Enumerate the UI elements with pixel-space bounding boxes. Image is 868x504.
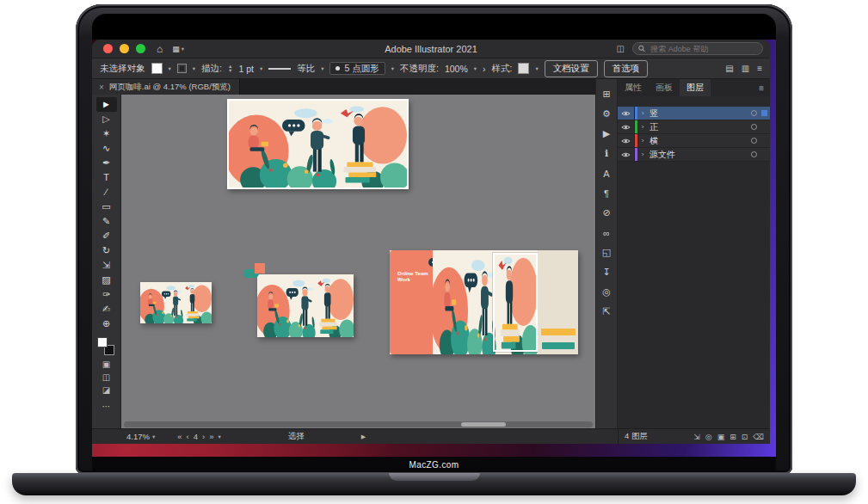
next-artboard-button[interactable]: › bbox=[202, 432, 205, 441]
layer-expand-icon[interactable]: › bbox=[637, 109, 648, 117]
asset-export-icon[interactable]: ↧ bbox=[596, 262, 617, 282]
scale-tool[interactable]: ⇲ bbox=[96, 258, 117, 273]
previous-artboard-button[interactable]: ‹ bbox=[187, 432, 189, 441]
magic-wand-tool[interactable]: ✶ bbox=[96, 126, 117, 141]
fill-stroke-widget[interactable] bbox=[97, 337, 116, 358]
layer-visibility-icon[interactable] bbox=[618, 134, 635, 147]
eyedropper-tool[interactable]: ✑ bbox=[96, 287, 117, 302]
layer-expand-icon[interactable]: › bbox=[637, 151, 648, 158]
hand-tool[interactable]: ✍ bbox=[96, 302, 117, 317]
more-options-chevron[interactable]: › bbox=[483, 64, 486, 74]
stroke-width-chevron-icon[interactable]: ▾ bbox=[260, 65, 262, 72]
layer-name[interactable]: 正 bbox=[648, 121, 751, 133]
line-segment-tool[interactable]: ∕ bbox=[96, 185, 117, 200]
artboard-composite[interactable]: Online Team Work bbox=[390, 250, 578, 354]
close-tab-icon[interactable]: × bbox=[99, 83, 104, 92]
layer-visibility-icon[interactable] bbox=[618, 148, 635, 161]
paintbrush-tool[interactable]: ✎ bbox=[96, 214, 117, 229]
artboard-horizontal-large[interactable] bbox=[227, 99, 409, 189]
help-search-field[interactable] bbox=[632, 42, 763, 55]
screen-mode-icon[interactable]: ◪ bbox=[96, 384, 117, 396]
selection-tool[interactable]: ► bbox=[96, 97, 117, 112]
last-artboard-button[interactable]: » bbox=[209, 432, 213, 441]
artboard-vertical-frame[interactable] bbox=[493, 253, 538, 352]
style-chevron-icon[interactable]: ▾ bbox=[535, 65, 538, 72]
layer-row[interactable]: › 正 bbox=[618, 120, 770, 134]
draw-normal-icon[interactable]: ▣ bbox=[96, 358, 117, 371]
zoom-window-button[interactable] bbox=[136, 44, 145, 53]
artboard-nav-chevron-icon[interactable]: ▾ bbox=[218, 433, 220, 440]
links-icon[interactable]: ∞ bbox=[596, 223, 617, 243]
layer-target-icon[interactable] bbox=[751, 138, 757, 144]
tab-properties[interactable]: 属性 bbox=[618, 79, 649, 96]
align-icon[interactable]: ◎ bbox=[596, 282, 617, 302]
new-sublayer-icon[interactable]: ⊞ bbox=[729, 433, 736, 441]
type-tool[interactable]: T bbox=[96, 170, 117, 185]
libraries-icon[interactable]: ⊞ bbox=[596, 84, 617, 104]
layer-expand-icon[interactable]: › bbox=[637, 123, 648, 131]
stroke-panel-icon[interactable]: ⊘ bbox=[596, 203, 617, 223]
stroke-value[interactable]: 1 pt bbox=[238, 64, 254, 74]
panel-toggle-icon[interactable]: ◫ bbox=[617, 44, 625, 53]
status-play-icon[interactable]: ▶ bbox=[361, 433, 366, 440]
layer-name[interactable]: 源文件 bbox=[648, 149, 751, 161]
brush-dropdown[interactable]: 5 点圆形 bbox=[329, 62, 385, 75]
rectangle-tool[interactable]: ▭ bbox=[96, 200, 117, 214]
layer-expand-icon[interactable]: › bbox=[637, 137, 648, 144]
layer-row[interactable]: › 横 bbox=[618, 134, 770, 148]
canvas[interactable]: Online Team Work bbox=[121, 95, 595, 428]
fill-swatch[interactable] bbox=[151, 63, 163, 74]
fill-chevron-icon[interactable]: ▾ bbox=[169, 65, 171, 72]
layer-visibility-icon[interactable] bbox=[618, 120, 635, 133]
layer-target-icon[interactable] bbox=[751, 151, 757, 157]
artboards-icon[interactable]: ◱ bbox=[596, 243, 617, 262]
fill-box[interactable] bbox=[97, 337, 108, 347]
delete-layer-icon[interactable]: ⌫ bbox=[753, 433, 764, 441]
layer-target-icon[interactable] bbox=[751, 124, 757, 130]
stroke-stepper[interactable]: ▲▼ bbox=[228, 65, 232, 72]
tab-layers[interactable]: 图层 bbox=[680, 79, 711, 96]
locate-object-icon[interactable]: ◎ bbox=[705, 433, 712, 441]
controlbar-menu-icon[interactable]: ≡ bbox=[757, 64, 762, 73]
layer-row[interactable]: › 竖 bbox=[618, 107, 770, 120]
settings-icon[interactable]: ⚙ bbox=[596, 104, 617, 124]
layer-target-icon[interactable] bbox=[751, 110, 757, 116]
first-artboard-button[interactable]: « bbox=[177, 432, 182, 441]
actions-icon[interactable]: ▶ bbox=[596, 124, 617, 144]
pen-tool[interactable]: ✒ bbox=[96, 156, 117, 170]
style-swatch[interactable] bbox=[518, 63, 529, 74]
info-icon[interactable]: ℹ bbox=[596, 144, 617, 163]
opacity-value[interactable]: 100% bbox=[445, 64, 468, 74]
panel-menu-icon[interactable]: ≡ bbox=[759, 83, 764, 93]
layer-selection-square[interactable] bbox=[761, 110, 767, 116]
arrange-grid-icon[interactable]: ▥ bbox=[742, 64, 749, 73]
stroke-chevron-icon[interactable]: ▾ bbox=[193, 65, 195, 72]
layer-name[interactable]: 横 bbox=[648, 135, 751, 147]
new-layer-icon[interactable]: ⊡ bbox=[742, 433, 748, 441]
search-input[interactable] bbox=[649, 44, 757, 54]
close-window-button[interactable] bbox=[103, 44, 113, 53]
preferences-button[interactable]: 首选项 bbox=[604, 60, 649, 77]
home-icon[interactable]: ⌂ bbox=[157, 44, 163, 54]
stroke-swatch[interactable] bbox=[177, 64, 187, 73]
layer-visibility-icon[interactable] bbox=[618, 107, 635, 120]
zoom-tool[interactable]: ⊕ bbox=[96, 317, 117, 331]
profile-chevron-icon[interactable]: ▾ bbox=[321, 65, 323, 72]
export-icon[interactable]: ⇱ bbox=[596, 302, 617, 322]
character-icon[interactable]: A bbox=[596, 163, 617, 183]
current-artboard-number[interactable]: 4 bbox=[194, 432, 198, 441]
layer-name[interactable]: 竖 bbox=[648, 108, 751, 120]
minimize-window-button[interactable] bbox=[120, 44, 129, 53]
clipping-mask-icon[interactable]: ▣ bbox=[717, 433, 725, 441]
document-tab[interactable]: × 网页咖啡.ai @ 4.17% (RGB/预览) bbox=[92, 79, 240, 95]
workspace-switcher[interactable]: ▦ ▾ bbox=[172, 45, 184, 53]
artboard-small[interactable] bbox=[140, 282, 212, 323]
loose-shape-salmon[interactable] bbox=[255, 263, 265, 274]
paragraph-icon[interactable]: ¶ bbox=[596, 183, 617, 203]
draw-behind-icon[interactable]: ◫ bbox=[96, 371, 117, 384]
collect-export-icon[interactable]: ⇲ bbox=[693, 433, 700, 441]
document-setup-button[interactable]: 文档设置 bbox=[545, 60, 598, 77]
rotate-tool[interactable]: ↻ bbox=[96, 243, 117, 258]
scrollbar-thumb[interactable] bbox=[461, 422, 506, 427]
artboard-medium[interactable] bbox=[257, 274, 354, 337]
